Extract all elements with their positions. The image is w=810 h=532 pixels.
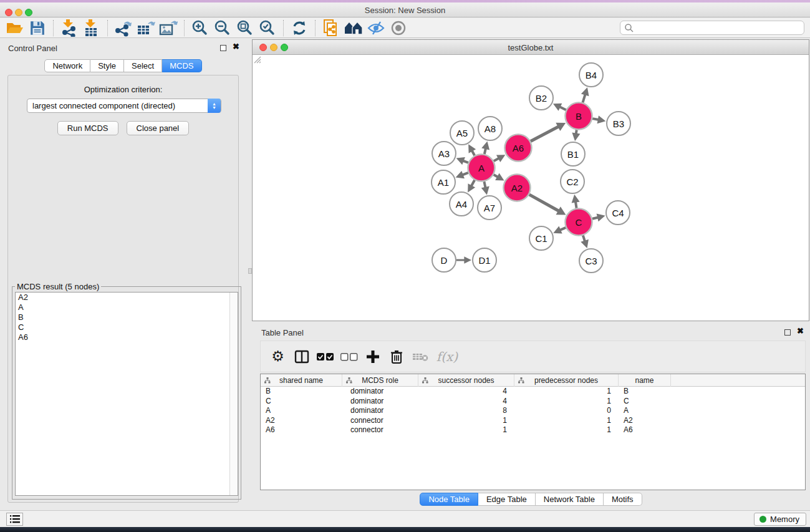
delete-table-icon[interactable] bbox=[410, 346, 430, 367]
graph-node-B3[interactable]: B3 bbox=[607, 112, 630, 135]
cell-predecessor-nodes[interactable]: 1 bbox=[514, 425, 619, 435]
edge-B-B4[interactable] bbox=[583, 94, 586, 103]
cell-shared-name[interactable]: A6 bbox=[261, 425, 342, 435]
result-item-a6[interactable]: A6 bbox=[16, 332, 238, 342]
import-table-icon[interactable] bbox=[80, 19, 103, 37]
table-row-c[interactable]: Cdominator41C bbox=[261, 397, 805, 407]
graph-node-A3[interactable]: A3 bbox=[432, 142, 456, 165]
cell-successor-nodes[interactable]: 1 bbox=[418, 425, 514, 435]
refresh-icon[interactable] bbox=[288, 19, 311, 37]
cell-name[interactable]: A6 bbox=[619, 425, 671, 435]
control-panel-close-icon[interactable]: ✖ bbox=[233, 42, 239, 51]
result-item-a[interactable]: A bbox=[16, 302, 238, 312]
tab-mcds[interactable]: MCDS bbox=[162, 59, 201, 72]
graph-node-B1[interactable]: B1 bbox=[561, 142, 585, 166]
cell-shared-name[interactable]: A2 bbox=[261, 416, 342, 426]
graph-node-B2[interactable]: B2 bbox=[529, 86, 553, 110]
edge-A6-B[interactable] bbox=[531, 127, 559, 142]
edge-C-C3[interactable] bbox=[583, 235, 585, 241]
column-header-name[interactable]: name bbox=[619, 374, 671, 387]
cell-predecessor-nodes[interactable]: 1 bbox=[514, 397, 619, 407]
cell-name[interactable]: C bbox=[619, 397, 671, 407]
edge-B-B3[interactable] bbox=[592, 118, 599, 120]
zoom-fit-icon[interactable] bbox=[234, 19, 256, 37]
graph-node-A5[interactable]: A5 bbox=[450, 121, 474, 145]
cell-successor-nodes[interactable]: 1 bbox=[418, 416, 514, 426]
tab-network-table[interactable]: Network Table bbox=[536, 493, 604, 506]
show-graphics-eye-icon[interactable] bbox=[387, 19, 410, 37]
graph-node-D1[interactable]: D1 bbox=[473, 248, 496, 272]
cell-shared-name[interactable]: C bbox=[261, 397, 342, 407]
cell-shared-name[interactable]: A bbox=[261, 406, 342, 416]
result-item-c[interactable]: C bbox=[16, 322, 238, 332]
add-row-plus-icon[interactable] bbox=[362, 346, 383, 367]
cell-predecessor-nodes[interactable]: 1 bbox=[514, 416, 619, 426]
cell-mcds-role[interactable]: connector bbox=[342, 425, 418, 435]
graph-node-A7[interactable]: A7 bbox=[478, 196, 501, 220]
table-row-a[interactable]: Adominator80A bbox=[261, 406, 805, 416]
network-window-titlebar[interactable]: testGlobe.txt bbox=[253, 40, 809, 55]
delete-row-trash-icon[interactable] bbox=[386, 346, 407, 367]
task-history-list-icon[interactable] bbox=[6, 513, 23, 526]
node-table[interactable]: shared nameMCDS rolesuccessor nodesprede… bbox=[260, 374, 806, 490]
control-panel-float-icon[interactable] bbox=[220, 45, 226, 51]
export-table-icon[interactable] bbox=[135, 19, 157, 37]
hide-details-eye-slash-icon[interactable] bbox=[365, 19, 387, 37]
edge-C-C1[interactable] bbox=[560, 228, 566, 230]
graph-node-A[interactable]: A bbox=[468, 155, 495, 181]
edge-A2-C[interactable] bbox=[529, 195, 559, 211]
cell-successor-nodes[interactable]: 8 bbox=[418, 406, 514, 416]
edge-C-C2[interactable] bbox=[576, 201, 577, 208]
run-mcds-button[interactable]: Run MCDS bbox=[57, 121, 118, 135]
graph-node-A1[interactable]: A1 bbox=[432, 170, 455, 194]
table-panel-close-icon[interactable]: ✖ bbox=[797, 326, 804, 336]
graph-node-C4[interactable]: C4 bbox=[606, 201, 630, 225]
table-settings-gear-icon[interactable]: ⚙ bbox=[268, 346, 288, 367]
cell-predecessor-nodes[interactable]: 1 bbox=[514, 387, 619, 397]
cell-mcds-role[interactable]: dominator bbox=[342, 406, 418, 416]
cell-name[interactable]: A bbox=[619, 406, 671, 416]
network-canvas[interactable]: B4B2BB3A5A8A6B1A3AC2A1A2A4A7C4CC1C3DD1 bbox=[253, 55, 809, 321]
cell-mcds-role[interactable]: connector bbox=[342, 416, 418, 426]
cell-successor-nodes[interactable]: 4 bbox=[418, 397, 514, 407]
home-icon[interactable] bbox=[342, 19, 365, 37]
select-all-checkboxes-icon[interactable] bbox=[315, 346, 335, 367]
table-panel-float-icon[interactable] bbox=[784, 329, 791, 336]
deselect-all-checkboxes-icon[interactable] bbox=[339, 346, 359, 367]
table-row-a6[interactable]: A6connector11A6 bbox=[261, 425, 805, 435]
tab-select[interactable]: Select bbox=[124, 59, 162, 72]
network-graph[interactable]: B4B2BB3A5A8A6B1A3AC2A1A2A4A7C4CC1C3DD1 bbox=[253, 55, 809, 321]
close-panel-button[interactable]: Close panel bbox=[127, 121, 190, 135]
save-session-icon[interactable] bbox=[26, 19, 49, 37]
graph-node-A6[interactable]: A6 bbox=[505, 135, 532, 162]
edge-B-B2[interactable] bbox=[559, 107, 566, 110]
function-builder-icon[interactable]: f(x) bbox=[433, 346, 461, 367]
result-scrollbar[interactable] bbox=[229, 293, 238, 495]
cell-mcds-role[interactable]: dominator bbox=[342, 397, 418, 407]
column-header-successor-nodes[interactable]: successor nodes bbox=[418, 374, 514, 387]
edge-A-A4[interactable] bbox=[471, 180, 475, 186]
column-header-mcds-role[interactable]: MCDS role bbox=[342, 374, 418, 387]
result-item-b[interactable]: B bbox=[16, 312, 238, 322]
criterion-select[interactable]: largest connected component (directed) ▲… bbox=[27, 99, 221, 113]
new-network-icon[interactable] bbox=[320, 19, 342, 37]
mcds-result-list[interactable]: A2ABCA6 bbox=[15, 292, 238, 496]
zoom-out-icon[interactable] bbox=[211, 19, 234, 37]
graph-node-A4[interactable]: A4 bbox=[450, 192, 473, 216]
cell-predecessor-nodes[interactable]: 0 bbox=[514, 406, 619, 416]
edge-A-A7[interactable] bbox=[484, 181, 485, 188]
cell-shared-name[interactable]: B bbox=[261, 387, 342, 397]
tab-motifs[interactable]: Motifs bbox=[604, 493, 642, 506]
import-network-icon[interactable] bbox=[58, 19, 80, 37]
tab-style[interactable]: Style bbox=[90, 59, 124, 72]
memory-button[interactable]: Memory bbox=[754, 513, 806, 526]
zoom-selected-icon[interactable] bbox=[256, 19, 279, 37]
search-input[interactable] bbox=[620, 21, 804, 35]
tab-node-table[interactable]: Node Table bbox=[420, 493, 478, 506]
graph-node-A2[interactable]: A2 bbox=[504, 175, 531, 201]
export-network-icon[interactable] bbox=[112, 19, 135, 37]
graph-node-A8[interactable]: A8 bbox=[478, 117, 502, 140]
cell-name[interactable]: B bbox=[619, 387, 671, 397]
open-session-icon[interactable] bbox=[4, 19, 26, 37]
graph-node-C[interactable]: C bbox=[566, 209, 592, 236]
